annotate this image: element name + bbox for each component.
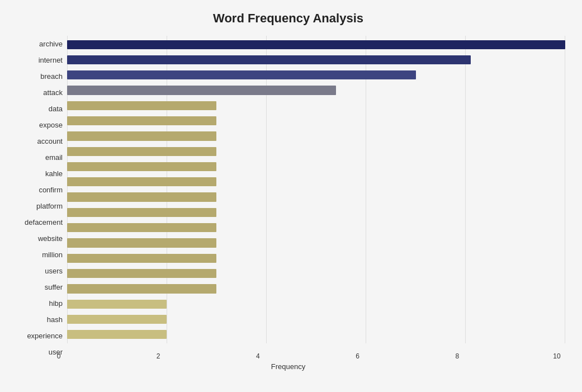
y-axis: archiveinternetbreachattackdataexposeacc…	[11, 36, 67, 360]
bar-row	[67, 281, 565, 296]
y-axis-label: breach	[40, 73, 63, 80]
y-axis-label: kahle	[45, 170, 63, 177]
y-axis-label: users	[45, 267, 63, 275]
y-axis-label: million	[42, 251, 63, 258]
bar	[67, 147, 216, 156]
y-axis-label: experience	[27, 332, 63, 339]
bar	[67, 101, 216, 110]
y-axis-label: expose	[39, 121, 63, 129]
bar	[67, 284, 216, 293]
bar-row	[67, 220, 565, 235]
bar	[67, 192, 216, 201]
x-axis-tick-label: 0	[50, 352, 67, 360]
y-axis-label: archive	[39, 40, 63, 48]
bar-row	[67, 68, 565, 83]
y-axis-label: platform	[36, 202, 63, 210]
bar-row	[67, 129, 565, 144]
y-axis-label: hibp	[49, 300, 63, 307]
bar	[67, 223, 216, 232]
bar-row	[67, 98, 565, 113]
bar-row	[67, 159, 565, 174]
bars-container	[67, 36, 565, 343]
bar	[67, 238, 216, 247]
y-axis-label: suffer	[45, 284, 63, 291]
bar-row	[67, 311, 565, 327]
x-axis-title: Frequency	[11, 362, 565, 371]
y-axis-label: internet	[39, 56, 63, 64]
bar	[67, 177, 216, 186]
bar	[67, 208, 216, 217]
y-axis-label: attack	[43, 89, 63, 96]
bar	[67, 330, 167, 339]
bar-row	[67, 174, 565, 190]
bar	[67, 86, 336, 95]
bar-row	[67, 235, 565, 251]
y-axis-label: data	[49, 105, 63, 112]
bar	[67, 131, 216, 140]
chart-container: Word Frequency Analysis archiveinternetb…	[0, 0, 582, 392]
y-axis-label: email	[45, 154, 63, 161]
x-axis-tick-label: 8	[449, 352, 466, 360]
bar-row	[67, 296, 565, 311]
y-axis-label: website	[38, 235, 63, 242]
bar-row	[67, 205, 565, 220]
bar	[67, 116, 216, 125]
bar-row	[67, 251, 565, 266]
bar-row	[67, 144, 565, 159]
plot-area: 0246810	[67, 36, 565, 360]
bar	[67, 254, 216, 263]
x-axis-tick-label: 10	[548, 352, 565, 360]
bar	[67, 300, 167, 309]
x-axis-tick-label: 2	[150, 352, 167, 360]
bar-row	[67, 113, 565, 128]
bar-row	[67, 266, 565, 281]
y-axis-label: defacement	[25, 219, 63, 226]
chart-area: archiveinternetbreachattackdataexposeacc…	[11, 36, 565, 360]
bar	[67, 315, 167, 324]
y-axis-label: hash	[47, 316, 63, 323]
bar-row	[67, 52, 565, 67]
x-axis-tick-label: 4	[249, 352, 266, 360]
y-axis-label: confirm	[39, 186, 63, 193]
bar	[67, 269, 216, 278]
bar	[67, 40, 565, 49]
bar-row	[67, 190, 565, 205]
y-axis-label: account	[37, 138, 63, 145]
bar	[67, 70, 416, 79]
x-axis-labels: 0246810	[67, 343, 565, 360]
bar-row	[67, 83, 565, 98]
bar	[67, 162, 216, 171]
chart-title: Word Frequency Analysis	[11, 11, 565, 26]
bar	[67, 55, 471, 64]
bar-row	[67, 37, 565, 52]
bar-row	[67, 327, 565, 342]
x-axis-tick-label: 6	[349, 352, 366, 360]
